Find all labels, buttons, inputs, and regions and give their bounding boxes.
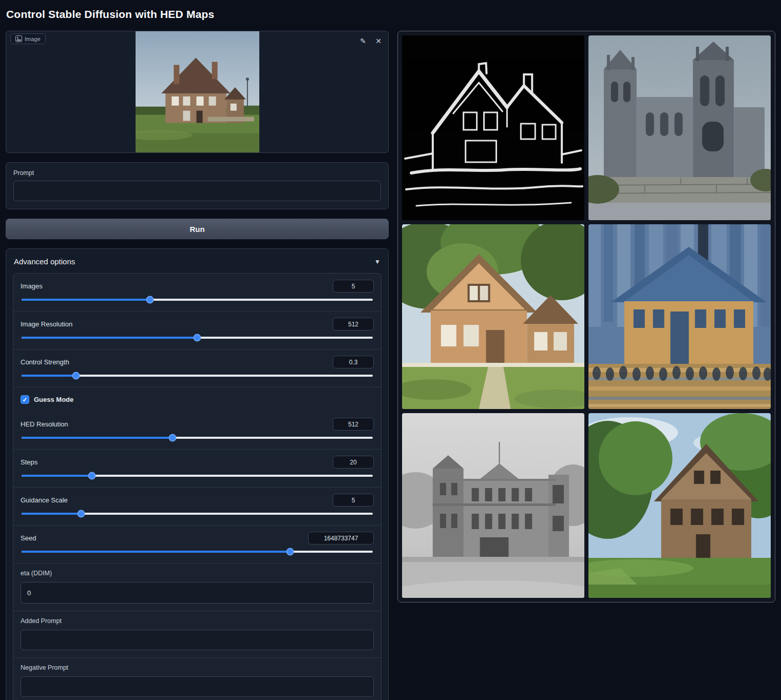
slider-row-steps: Steps: [13, 450, 381, 488]
house-photo-art: [136, 31, 259, 152]
added-prompt-row: Added Prompt: [13, 611, 381, 658]
image-icon: [15, 35, 22, 42]
gallery-item-painterly-rain[interactable]: [588, 224, 771, 409]
main-columns: Image ✎ ✕: [6, 31, 775, 700]
eta-label: eta (DDIM): [21, 570, 374, 577]
steps-label: Steps: [21, 458, 37, 466]
hed-resolution-slider[interactable]: [22, 437, 373, 439]
eta-input[interactable]: [21, 582, 374, 604]
images-slider-handle[interactable]: [146, 296, 154, 304]
hed-resolution-slider-fill: [22, 437, 173, 439]
app-root: Control Stable Diffusion with HED Maps I…: [0, 0, 781, 700]
edit-icon: ✎: [360, 37, 366, 45]
added-prompt-input[interactable]: [21, 630, 374, 650]
image-label: Image: [25, 36, 41, 42]
image-resolution-value-input[interactable]: [333, 318, 374, 330]
slider-row-control-strength: Control Strength: [13, 349, 381, 387]
negative-prompt-row: Negative Prompt: [13, 658, 381, 700]
image-resolution-slider-handle[interactable]: [194, 334, 201, 342]
control-strength-label: Control Strength: [21, 358, 69, 366]
hed-resolution-slider-handle[interactable]: [169, 434, 177, 442]
house-with-trees-art: [588, 413, 771, 598]
guidance-scale-slider[interactable]: [22, 513, 373, 515]
seed-label: Seed: [21, 534, 36, 542]
negative-prompt-label: Negative Prompt: [21, 664, 374, 671]
painterly-rain-art: [588, 224, 771, 409]
image-resolution-label: Image Resolution: [21, 320, 72, 328]
gallery-item-house-with-trees[interactable]: [588, 413, 771, 598]
right-column: [397, 31, 775, 602]
slider-row-seed: Seed: [13, 526, 381, 563]
slider-row-guidance-scale: Guidance Scale: [13, 488, 381, 526]
guidance-scale-slider-fill: [22, 513, 81, 515]
image-input-block[interactable]: Image ✎ ✕: [6, 31, 389, 153]
gallery-item-bw-building[interactable]: [402, 413, 584, 598]
steps-value-input[interactable]: [333, 456, 374, 469]
prompt-label: Prompt: [13, 169, 381, 177]
prompt-input[interactable]: [13, 181, 381, 201]
prompt-block: Prompt: [6, 162, 389, 209]
slider-row-images: Images: [13, 274, 381, 312]
steps-slider-handle[interactable]: [88, 472, 96, 480]
control-strength-value-input[interactable]: [333, 356, 374, 368]
seed-slider[interactable]: [22, 551, 373, 553]
guidance-scale-value-input[interactable]: [333, 494, 374, 507]
control-strength-slider-fill: [22, 375, 76, 377]
image-actions: ✎ ✕: [357, 35, 384, 47]
added-prompt-label: Added Prompt: [21, 617, 374, 625]
wooden-house-art: [402, 224, 584, 409]
negative-prompt-input[interactable]: [21, 676, 374, 697]
steps-slider[interactable]: [22, 475, 373, 477]
images-label: Images: [21, 282, 43, 290]
gallery-item-hed-map[interactable]: [402, 35, 584, 220]
seed-value-input[interactable]: [308, 532, 374, 545]
hed-resolution-value-input[interactable]: [333, 418, 374, 431]
images-value-input[interactable]: [333, 280, 374, 293]
advanced-options-title: Advanced options: [14, 257, 75, 266]
output-gallery: [397, 31, 775, 602]
advanced-options-form: Images Image Resolution: [13, 273, 382, 700]
gallery-item-stone-cathedral[interactable]: [588, 35, 771, 220]
control-strength-slider-handle[interactable]: [72, 372, 80, 380]
check-icon: ✓: [22, 396, 27, 403]
guess-mode-row: ✓ Guess Mode: [13, 387, 381, 412]
guidance-scale-label: Guidance Scale: [21, 496, 68, 504]
image-resolution-slider[interactable]: [22, 337, 373, 339]
chevron-down-icon: ▼: [374, 258, 380, 265]
slider-row-hed-resolution: HED Resolution: [13, 412, 381, 450]
images-slider-fill: [22, 299, 150, 301]
images-slider[interactable]: [22, 299, 373, 301]
seed-slider-fill: [22, 551, 290, 553]
edit-image-button[interactable]: ✎: [357, 35, 369, 47]
advanced-options-accordion[interactable]: Advanced options ▼: [13, 255, 382, 273]
image-label-chip: Image: [10, 33, 46, 44]
guess-mode-label[interactable]: Guess Mode: [34, 396, 73, 403]
gallery-item-wooden-house[interactable]: [402, 224, 584, 409]
slider-row-image-resolution: Image Resolution: [13, 312, 381, 349]
seed-slider-handle[interactable]: [287, 548, 294, 556]
steps-slider-fill: [22, 475, 92, 477]
guess-mode-checkbox[interactable]: ✓: [21, 395, 29, 404]
uploaded-house-photo: [136, 31, 259, 152]
close-icon: ✕: [375, 37, 382, 45]
hed-map-art: [402, 35, 584, 220]
image-resolution-slider-fill: [22, 337, 197, 339]
clear-image-button[interactable]: ✕: [373, 35, 384, 47]
left-column: Image ✎ ✕: [6, 31, 389, 700]
stone-cathedral-art: [588, 35, 771, 220]
hed-resolution-label: HED Resolution: [21, 420, 68, 428]
guidance-scale-slider-handle[interactable]: [78, 510, 85, 518]
advanced-options-panel: Advanced options ▼ Images: [6, 248, 389, 700]
bw-building-art: [402, 413, 584, 598]
run-button[interactable]: Run: [6, 219, 389, 239]
eta-row: eta (DDIM): [13, 563, 381, 611]
control-strength-slider[interactable]: [22, 375, 373, 377]
page-title: Control Stable Diffusion with HED Maps: [6, 8, 775, 21]
